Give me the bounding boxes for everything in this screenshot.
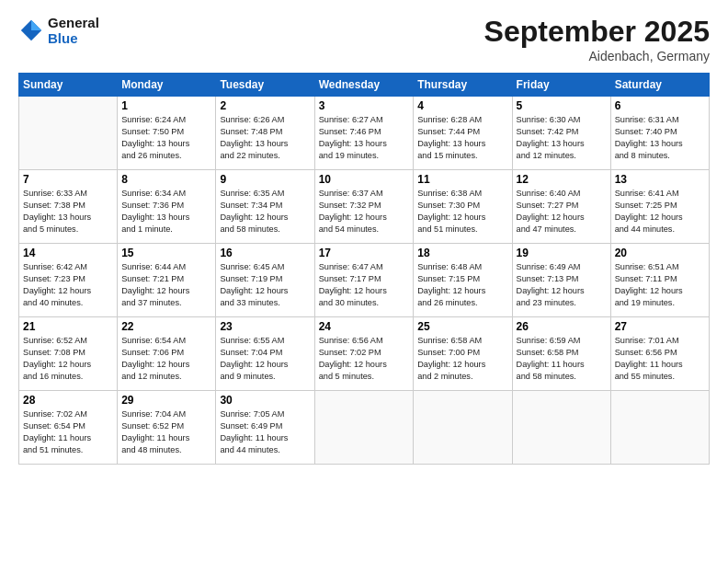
day-info: Sunrise: 6:56 AM Sunset: 7:02 PM Dayligh… bbox=[319, 335, 410, 383]
col-monday: Monday bbox=[118, 74, 216, 97]
header: General Blue September 2025 Aidenbach, G… bbox=[18, 15, 710, 63]
day-info: Sunrise: 6:24 AM Sunset: 7:50 PM Dayligh… bbox=[121, 114, 211, 162]
calendar-cell: 21Sunrise: 6:52 AM Sunset: 7:08 PM Dayli… bbox=[19, 317, 118, 391]
logo-text: General Blue bbox=[48, 15, 99, 46]
day-info: Sunrise: 6:47 AM Sunset: 7:17 PM Dayligh… bbox=[319, 261, 410, 309]
day-info: Sunrise: 6:55 AM Sunset: 7:04 PM Dayligh… bbox=[220, 335, 310, 383]
day-info: Sunrise: 6:26 AM Sunset: 7:48 PM Dayligh… bbox=[220, 114, 310, 162]
day-info: Sunrise: 6:35 AM Sunset: 7:34 PM Dayligh… bbox=[220, 188, 310, 236]
day-info: Sunrise: 6:59 AM Sunset: 6:58 PM Dayligh… bbox=[517, 335, 607, 383]
calendar-cell: 26Sunrise: 6:59 AM Sunset: 6:58 PM Dayli… bbox=[512, 317, 610, 391]
month-title: September 2025 bbox=[484, 15, 710, 49]
calendar-body: 1Sunrise: 6:24 AM Sunset: 7:50 PM Daylig… bbox=[19, 97, 710, 465]
day-number: 30 bbox=[220, 394, 310, 407]
calendar-week-4: 21Sunrise: 6:52 AM Sunset: 7:08 PM Dayli… bbox=[19, 317, 710, 391]
calendar-cell: 15Sunrise: 6:44 AM Sunset: 7:21 PM Dayli… bbox=[118, 244, 216, 317]
calendar-cell bbox=[19, 97, 118, 170]
calendar-cell: 16Sunrise: 6:45 AM Sunset: 7:19 PM Dayli… bbox=[216, 244, 314, 317]
day-number: 1 bbox=[121, 99, 211, 112]
day-number: 5 bbox=[517, 99, 607, 112]
day-info: Sunrise: 6:34 AM Sunset: 7:36 PM Dayligh… bbox=[121, 188, 211, 236]
calendar-cell: 17Sunrise: 6:47 AM Sunset: 7:17 PM Dayli… bbox=[314, 244, 414, 317]
day-number: 24 bbox=[319, 320, 410, 333]
day-info: Sunrise: 7:05 AM Sunset: 6:49 PM Dayligh… bbox=[220, 408, 310, 456]
day-info: Sunrise: 6:30 AM Sunset: 7:42 PM Dayligh… bbox=[517, 114, 607, 162]
calendar-cell: 27Sunrise: 7:01 AM Sunset: 6:56 PM Dayli… bbox=[610, 317, 709, 391]
calendar-header-row: Sunday Monday Tuesday Wednesday Thursday… bbox=[19, 74, 710, 97]
day-info: Sunrise: 6:52 AM Sunset: 7:08 PM Dayligh… bbox=[23, 335, 113, 383]
day-info: Sunrise: 6:44 AM Sunset: 7:21 PM Dayligh… bbox=[121, 261, 211, 309]
calendar-cell: 4Sunrise: 6:28 AM Sunset: 7:44 PM Daylig… bbox=[414, 97, 512, 170]
calendar-cell: 19Sunrise: 6:49 AM Sunset: 7:13 PM Dayli… bbox=[512, 244, 610, 317]
calendar-cell: 1Sunrise: 6:24 AM Sunset: 7:50 PM Daylig… bbox=[118, 97, 216, 170]
day-number: 19 bbox=[517, 247, 607, 259]
day-info: Sunrise: 6:37 AM Sunset: 7:32 PM Dayligh… bbox=[319, 188, 410, 236]
day-number: 12 bbox=[517, 173, 607, 186]
day-number: 28 bbox=[23, 394, 113, 407]
col-friday: Friday bbox=[512, 74, 610, 97]
day-number: 14 bbox=[23, 247, 113, 259]
calendar-cell: 7Sunrise: 6:33 AM Sunset: 7:38 PM Daylig… bbox=[19, 170, 118, 244]
day-number: 29 bbox=[121, 394, 211, 407]
day-number: 16 bbox=[220, 247, 310, 259]
col-sunday: Sunday bbox=[19, 74, 118, 97]
calendar-week-2: 7Sunrise: 6:33 AM Sunset: 7:38 PM Daylig… bbox=[19, 170, 710, 244]
title-block: September 2025 Aidenbach, Germany bbox=[484, 15, 710, 63]
day-number: 18 bbox=[417, 247, 507, 259]
col-saturday: Saturday bbox=[610, 74, 709, 97]
calendar-cell: 12Sunrise: 6:40 AM Sunset: 7:27 PM Dayli… bbox=[512, 170, 610, 244]
day-info: Sunrise: 6:40 AM Sunset: 7:27 PM Dayligh… bbox=[517, 188, 607, 236]
calendar-cell: 25Sunrise: 6:58 AM Sunset: 7:00 PM Dayli… bbox=[414, 317, 512, 391]
page: General Blue September 2025 Aidenbach, G… bbox=[0, 0, 728, 563]
calendar-cell: 22Sunrise: 6:54 AM Sunset: 7:06 PM Dayli… bbox=[118, 317, 216, 391]
day-info: Sunrise: 6:54 AM Sunset: 7:06 PM Dayligh… bbox=[121, 335, 211, 383]
day-info: Sunrise: 6:41 AM Sunset: 7:25 PM Dayligh… bbox=[615, 188, 705, 236]
day-info: Sunrise: 6:27 AM Sunset: 7:46 PM Dayligh… bbox=[319, 114, 410, 162]
day-number: 6 bbox=[615, 99, 705, 112]
day-info: Sunrise: 6:58 AM Sunset: 7:00 PM Dayligh… bbox=[417, 335, 507, 383]
day-info: Sunrise: 6:51 AM Sunset: 7:11 PM Dayligh… bbox=[615, 261, 705, 309]
day-number: 26 bbox=[517, 320, 607, 333]
calendar-cell: 3Sunrise: 6:27 AM Sunset: 7:46 PM Daylig… bbox=[314, 97, 414, 170]
calendar-cell: 13Sunrise: 6:41 AM Sunset: 7:25 PM Dayli… bbox=[610, 170, 709, 244]
calendar-cell: 2Sunrise: 6:26 AM Sunset: 7:48 PM Daylig… bbox=[216, 97, 314, 170]
day-number: 15 bbox=[121, 247, 211, 259]
day-info: Sunrise: 6:28 AM Sunset: 7:44 PM Dayligh… bbox=[417, 114, 507, 162]
calendar-cell: 8Sunrise: 6:34 AM Sunset: 7:36 PM Daylig… bbox=[118, 170, 216, 244]
day-number: 7 bbox=[23, 173, 113, 186]
col-tuesday: Tuesday bbox=[216, 74, 314, 97]
calendar-cell: 30Sunrise: 7:05 AM Sunset: 6:49 PM Dayli… bbox=[216, 391, 314, 465]
calendar-cell bbox=[512, 391, 610, 465]
calendar-cell bbox=[610, 391, 709, 465]
col-wednesday: Wednesday bbox=[314, 74, 414, 97]
calendar-cell: 23Sunrise: 6:55 AM Sunset: 7:04 PM Dayli… bbox=[216, 317, 314, 391]
day-number: 21 bbox=[23, 320, 113, 333]
calendar-cell: 6Sunrise: 6:31 AM Sunset: 7:40 PM Daylig… bbox=[610, 97, 709, 170]
day-number: 25 bbox=[417, 320, 507, 333]
day-info: Sunrise: 6:33 AM Sunset: 7:38 PM Dayligh… bbox=[23, 188, 113, 236]
calendar-cell: 14Sunrise: 6:42 AM Sunset: 7:23 PM Dayli… bbox=[19, 244, 118, 317]
day-number: 10 bbox=[319, 173, 410, 186]
day-number: 11 bbox=[417, 173, 507, 186]
calendar-cell: 24Sunrise: 6:56 AM Sunset: 7:02 PM Dayli… bbox=[314, 317, 414, 391]
day-info: Sunrise: 6:48 AM Sunset: 7:15 PM Dayligh… bbox=[417, 261, 507, 309]
day-info: Sunrise: 6:42 AM Sunset: 7:23 PM Dayligh… bbox=[23, 261, 113, 309]
day-number: 20 bbox=[615, 247, 705, 259]
location: Aidenbach, Germany bbox=[484, 49, 710, 63]
calendar-week-1: 1Sunrise: 6:24 AM Sunset: 7:50 PM Daylig… bbox=[19, 97, 710, 170]
logo-icon bbox=[18, 17, 44, 43]
calendar-week-3: 14Sunrise: 6:42 AM Sunset: 7:23 PM Dayli… bbox=[19, 244, 710, 317]
day-info: Sunrise: 7:02 AM Sunset: 6:54 PM Dayligh… bbox=[23, 408, 113, 456]
day-info: Sunrise: 7:04 AM Sunset: 6:52 PM Dayligh… bbox=[121, 408, 211, 456]
day-number: 4 bbox=[417, 99, 507, 112]
calendar-cell: 28Sunrise: 7:02 AM Sunset: 6:54 PM Dayli… bbox=[19, 391, 118, 465]
day-info: Sunrise: 6:31 AM Sunset: 7:40 PM Dayligh… bbox=[615, 114, 705, 162]
calendar-cell bbox=[414, 391, 512, 465]
day-number: 9 bbox=[220, 173, 310, 186]
calendar-cell bbox=[314, 391, 414, 465]
day-number: 17 bbox=[319, 247, 410, 259]
calendar-table: Sunday Monday Tuesday Wednesday Thursday… bbox=[18, 73, 710, 465]
day-number: 22 bbox=[121, 320, 211, 333]
calendar-cell: 9Sunrise: 6:35 AM Sunset: 7:34 PM Daylig… bbox=[216, 170, 314, 244]
calendar-cell: 18Sunrise: 6:48 AM Sunset: 7:15 PM Dayli… bbox=[414, 244, 512, 317]
